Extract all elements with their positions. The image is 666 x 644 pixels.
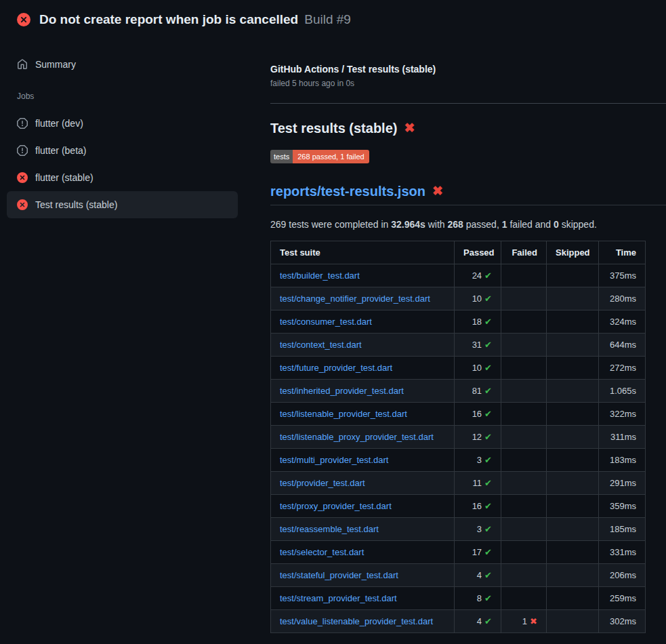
table-row: test/stateful_provider_test.dart 4✔ 206m… [271,564,646,587]
page-title: Do not create report when job is cancell… [39,12,298,27]
skipped-cell [547,310,599,334]
sidebar-item-flutter-stable[interactable]: flutter (stable) [7,164,238,191]
summary-text: with [425,219,448,230]
check-icon: ✔ [484,455,492,465]
run-status: failed 5 hours ago in 0s [270,79,666,88]
test-suite-link[interactable]: test/provider_test.dart [280,478,365,488]
check-icon: ✔ [484,570,492,580]
skipped-cell [547,264,599,287]
sidebar-item-flutter-dev[interactable]: flutter (dev) [7,110,238,137]
summary-value: 0 [554,219,559,230]
table-header-row: Test suitePassedFailedSkippedTime [271,241,646,264]
test-suite-link[interactable]: test/selector_test.dart [280,547,364,557]
divider [270,103,666,104]
passed-count: 81 [472,386,482,396]
passed-cell: 8✔ [455,587,501,610]
passed-count: 31 [472,340,482,350]
test-suite-link[interactable]: test/value_listenable_provider_test.dart [280,616,433,626]
time-cell: 331ms [599,541,646,564]
failed-cross-icon: ✖ [432,182,443,200]
build-header: Do not create report when job is cancell… [0,0,666,39]
check-icon: ✔ [484,270,492,281]
sidebar-jobs-list: flutter (dev) flutter (beta) flutter (st… [0,110,254,218]
passed-count: 17 [472,547,482,557]
summary-text: skipped. [559,219,597,230]
report-link[interactable]: reports/test-results.json [270,182,425,200]
passed-count: 4 [477,616,482,626]
table-row: test/inherited_provider_test.dart 81✔ 1.… [271,380,646,403]
summary-text: passed, [463,219,502,230]
sidebar-item-summary[interactable]: Summary [7,51,238,78]
check-icon: ✔ [484,340,492,350]
column-header-passed: Passed [455,241,501,264]
test-suite-link[interactable]: test/multi_provider_test.dart [280,455,388,465]
table-row: test/builder_test.dart 24✔ 375ms [271,264,646,287]
table-row: test/multi_provider_test.dart 3✔ 183ms [271,449,646,472]
jobs-heading: Jobs [0,92,254,101]
failed-cell [501,541,547,564]
table-row: test/stream_provider_test.dart 8✔ 259ms [271,587,646,610]
passed-count: 18 [472,317,482,327]
test-suite-link[interactable]: test/listenable_proxy_provider_test.dart [280,432,434,442]
build-number: Build #9 [304,12,351,27]
failed-cell [501,472,547,495]
check-icon: ✔ [484,524,492,534]
sidebar-item-flutter-beta[interactable]: flutter (beta) [7,137,238,164]
skipped-cell [547,403,599,426]
check-icon: ✔ [484,478,492,488]
sidebar-item-test-results-stable[interactable]: Test results (stable) [7,191,238,218]
check-icon: ✔ [484,593,492,603]
breadcrumb: GitHub Actions / Test results (stable) [270,64,666,75]
test-suite-cell: test/stream_provider_test.dart [271,587,455,610]
test-suite-link[interactable]: test/listenable_provider_test.dart [280,409,407,419]
time-cell: 183ms [599,449,646,472]
passed-cell: 10✔ [455,357,501,380]
test-suite-link[interactable]: test/builder_test.dart [280,270,360,281]
test-suite-cell: test/stateful_provider_test.dart [271,564,455,587]
passed-cell: 3✔ [455,449,501,472]
test-suite-link[interactable]: test/stream_provider_test.dart [280,593,397,603]
time-cell: 302ms [599,610,646,633]
failed-cell [501,495,547,518]
x-circle-icon [17,172,28,183]
table-row: test/consumer_test.dart 18✔ 324ms [271,310,646,334]
failed-cell [501,334,547,357]
test-suite-link[interactable]: test/change_notifier_provider_test.dart [280,294,430,304]
test-suite-link[interactable]: test/inherited_provider_test.dart [280,386,404,396]
home-icon [17,59,28,70]
failed-cell [501,564,547,587]
test-suite-cell: test/consumer_test.dart [271,310,455,334]
test-suite-link[interactable]: test/proxy_provider_test.dart [280,501,392,511]
passed-cell: 4✔ [455,610,501,633]
time-cell: 359ms [599,495,646,518]
section-heading-text: Test results (stable) [270,119,397,137]
test-suite-link[interactable]: test/future_provider_test.dart [280,363,392,373]
test-suite-link[interactable]: test/stateful_provider_test.dart [280,570,398,580]
sidebar-job-label: flutter (beta) [35,145,86,156]
failed-cell [501,403,547,426]
table-row: test/context_test.dart 31✔ 644ms [271,334,646,357]
check-icon: ✔ [484,501,492,511]
test-suite-link[interactable]: test/reassemble_test.dart [280,524,379,534]
failed-cell [501,264,547,287]
summary-value: 32.964s [391,219,425,230]
section-heading: Test results (stable) ✖ [270,119,666,137]
skipped-cell [547,610,599,633]
test-suite-cell: test/inherited_provider_test.dart [271,380,455,403]
failed-cell [501,426,547,449]
summary-text: 269 tests were completed in [270,219,391,230]
skipped-cell [547,426,599,449]
check-icon: ✔ [484,317,492,327]
time-cell: 185ms [599,518,646,541]
test-suite-cell: test/selector_test.dart [271,541,455,564]
failed-cell [501,449,547,472]
table-row: test/proxy_provider_test.dart 16✔ 359ms [271,495,646,518]
failed-cell [501,357,547,380]
test-suite-link[interactable]: test/context_test.dart [280,340,362,350]
test-suite-link[interactable]: test/consumer_test.dart [280,317,372,327]
test-suite-cell: test/multi_provider_test.dart [271,449,455,472]
report-heading: reports/test-results.json ✖ [270,182,666,205]
failed-count: 1 [522,616,527,626]
time-cell: 280ms [599,287,646,310]
passed-count: 12 [472,432,482,442]
